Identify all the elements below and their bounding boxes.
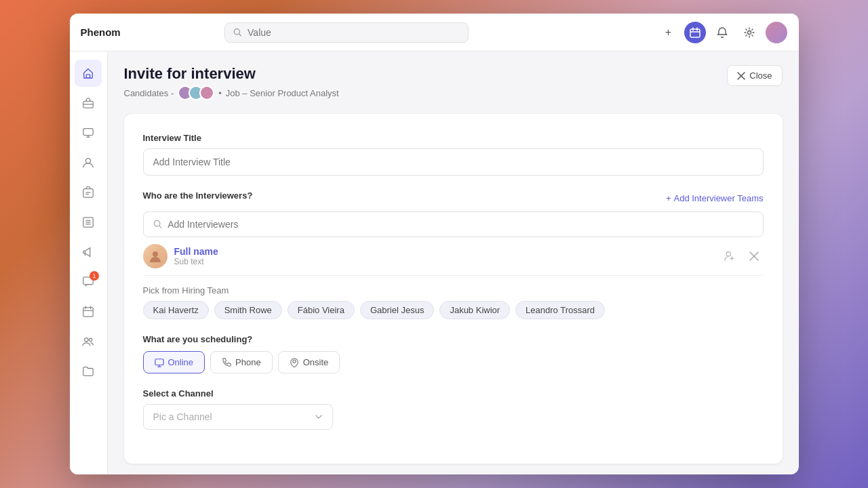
hiring-team-chip[interactable]: Gabriel Jesus <box>360 301 434 319</box>
bell-icon <box>717 27 728 38</box>
hiring-team-chip[interactable]: Leandro Trossard <box>515 301 605 319</box>
interviewer-details: Full name Sub text <box>174 246 218 266</box>
search-interviewers-container[interactable] <box>143 211 764 237</box>
svg-rect-7 <box>86 75 90 78</box>
svg-point-32 <box>153 251 158 257</box>
interviewer-name: Full name <box>174 246 218 257</box>
sidebar-item-messages[interactable]: 1 <box>75 268 102 296</box>
close-label: Close <box>749 70 772 81</box>
candidates-label: Candidates - <box>124 88 174 98</box>
sidebar-item-folder[interactable] <box>75 358 102 385</box>
messages-badge: 1 <box>90 271 99 281</box>
search-bar[interactable] <box>224 22 469 43</box>
portfolio-icon <box>82 186 94 199</box>
sidebar-item-group[interactable] <box>75 328 102 355</box>
close-button[interactable]: Close <box>727 65 782 86</box>
close-icon <box>737 72 745 80</box>
hiring-team-chip[interactable]: Jakub Kiwior <box>439 301 510 319</box>
remove-icon <box>749 251 759 261</box>
calendar-sidebar-icon <box>82 306 94 318</box>
channel-label: Select a Channel <box>143 388 764 399</box>
hiring-team-chip[interactable]: Fábio Vieira <box>288 301 355 319</box>
scheduling-group: What are you scheduling? Online <box>143 334 764 373</box>
svg-rect-22 <box>83 308 93 317</box>
home-icon <box>82 67 94 79</box>
hiring-team-chip[interactable]: Kai Havertz <box>143 301 209 319</box>
channel-select[interactable]: Pic a Channel <box>143 404 333 430</box>
scheduling-online-button[interactable]: Online <box>143 351 205 373</box>
location-icon <box>290 358 299 367</box>
chevron-down-icon <box>315 413 323 421</box>
interview-title-input[interactable] <box>143 148 764 176</box>
phone-icon <box>222 358 231 367</box>
gear-icon <box>744 27 755 38</box>
job-label: Job – Senior Product Analyst <box>226 88 339 98</box>
interview-title-label: Interview Title <box>143 133 764 143</box>
page-header: Invite for interview Candidates - • Job … <box>124 65 783 100</box>
svg-point-33 <box>726 252 730 256</box>
search-input[interactable] <box>248 27 460 38</box>
sidebar-item-list[interactable] <box>75 209 102 236</box>
online-icon <box>155 358 164 367</box>
settings-icon-btn[interactable] <box>738 22 760 43</box>
svg-rect-10 <box>83 129 93 136</box>
svg-rect-14 <box>83 189 93 198</box>
assign-role-button[interactable] <box>720 247 739 266</box>
hiring-team-section: Pick from Hiring Team Kai HavertzSmith R… <box>143 285 764 319</box>
sidebar-item-monitor[interactable] <box>75 119 102 146</box>
search-interviewers-icon <box>153 220 163 229</box>
sidebar-item-user[interactable] <box>75 149 102 176</box>
list-icon <box>82 216 94 228</box>
channel-group: Select a Channel Pic a Channel <box>143 388 764 430</box>
svg-point-13 <box>85 159 90 163</box>
sidebar-item-home[interactable] <box>75 60 102 87</box>
scheduling-phone-button[interactable]: Phone <box>210 351 273 373</box>
megaphone-icon <box>82 246 94 258</box>
interviewer-info: Full name Sub text <box>143 244 218 268</box>
add-team-label: Add Interviewer Teams <box>674 193 764 203</box>
plus-icon: + <box>666 193 671 203</box>
bell-icon-btn[interactable] <box>711 22 733 43</box>
svg-line-1 <box>239 34 241 36</box>
interviewers-label: Who are the Interviewers? <box>143 190 253 201</box>
channel-placeholder: Pic a Channel <box>153 411 212 422</box>
scheduling-onsite-button[interactable]: Onsite <box>278 351 340 373</box>
svg-point-26 <box>85 338 88 342</box>
hiring-team-chips: Kai HavertzSmith RoweFábio VieiraGabriel… <box>143 301 764 319</box>
candidate-avatar-3 <box>199 85 214 100</box>
svg-point-27 <box>89 338 92 342</box>
online-label: Online <box>168 357 194 367</box>
main-layout: 1 <box>70 52 799 474</box>
user-avatar[interactable] <box>766 22 787 43</box>
page-subtitle: Candidates - • Job – Senior Product Anal… <box>124 85 339 100</box>
top-bar-actions: + <box>657 22 787 43</box>
folder-icon <box>82 365 94 378</box>
interviewers-header: Who are the Interviewers? + Add Intervie… <box>143 190 764 206</box>
calendar-icon-btn[interactable] <box>684 22 706 43</box>
calendar-icon <box>690 27 701 38</box>
svg-point-41 <box>292 360 295 363</box>
top-bar: Phenom + <box>70 14 799 52</box>
page-title: Invite for interview <box>124 65 339 83</box>
onsite-label: Onsite <box>303 357 329 367</box>
remove-interviewer-button[interactable] <box>745 247 764 266</box>
add-interviewer-teams-button[interactable]: + Add Interviewer Teams <box>666 193 764 203</box>
sidebar-item-megaphone[interactable] <box>75 239 102 266</box>
interviewer-avatar <box>143 244 167 268</box>
svg-rect-2 <box>690 29 700 37</box>
interview-title-group: Interview Title <box>143 133 764 176</box>
sidebar-item-briefcase[interactable] <box>75 89 102 117</box>
scheduling-options: Online Phone <box>143 351 764 373</box>
phone-label: Phone <box>235 357 261 367</box>
page-header-left: Invite for interview Candidates - • Job … <box>124 65 339 100</box>
candidate-avatars <box>178 85 214 100</box>
svg-point-6 <box>748 30 751 34</box>
add-button[interactable]: + <box>657 22 679 43</box>
sidebar-item-portfolio[interactable] <box>75 179 102 206</box>
sidebar-item-calendar[interactable] <box>75 298 102 325</box>
interviewer-sub: Sub text <box>174 257 218 266</box>
content-area: Invite for interview Candidates - • Job … <box>108 52 799 474</box>
group-icon <box>82 336 94 348</box>
hiring-team-chip[interactable]: Smith Rowe <box>214 301 282 319</box>
search-interviewers-input[interactable] <box>167 219 753 230</box>
